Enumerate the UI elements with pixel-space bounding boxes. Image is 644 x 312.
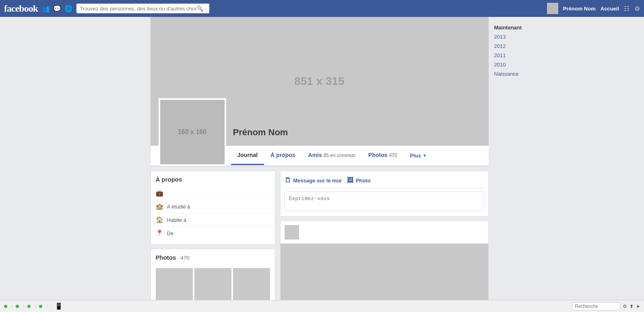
profile-name: Prénom Nom <box>233 127 288 138</box>
green-dot-1 <box>4 305 7 308</box>
nav-icons: 👥 💬 🌐 <box>42 5 72 12</box>
tab-amis[interactable]: Amis 85 en commun <box>302 146 362 165</box>
bottom-status-4 <box>39 305 47 308</box>
globe-icon[interactable]: 🌐 <box>64 5 72 12</box>
profile-pic-dimensions: 160 x 160 <box>178 128 206 136</box>
tab-journal[interactable]: Journal <box>231 146 264 165</box>
content-area: À propos 💼 🏫 A étudié à 🏠 Habite à 📍 <box>151 166 489 312</box>
profile-area: 851 x 315 160 x 160 Prénom Nom Journal À… <box>151 17 489 312</box>
post-tabs: 🗒 Message sur le mur 🖼 Photo <box>285 175 484 188</box>
photos-card: Photos · 470 <box>151 249 275 306</box>
bottom-login-icon[interactable]: ⬆ <box>630 304 634 309</box>
photos-title: Photos <box>156 254 176 261</box>
briefcase-icon: 💼 <box>156 190 164 197</box>
green-dot-2 <box>16 305 19 308</box>
facebook-logo: facebook <box>4 3 38 14</box>
home-text: Habite à <box>167 217 186 223</box>
bottom-search: ⚙ ⬆ ➤ <box>572 302 640 310</box>
amis-badge: 85 en commun <box>324 153 355 158</box>
from-text: De <box>167 230 174 236</box>
bottom-status-1 <box>4 305 12 308</box>
search-bar: 🔍 <box>76 4 209 13</box>
tab-photos[interactable]: Photos 470 <box>362 146 403 165</box>
bottom-bar: 📱 ⚙ ⬆ ➤ <box>0 300 644 312</box>
tab-apropos[interactable]: À propos <box>264 146 301 165</box>
post-box: 🗒 Message sur le mur 🖼 Photo <box>280 171 489 217</box>
photos-grid <box>156 268 270 300</box>
friends-manage-icon[interactable]: ☷ <box>624 5 630 12</box>
post-tab-photo-label: Photo <box>356 178 371 184</box>
post-tab-photo[interactable]: 🖼 Photo <box>347 175 376 186</box>
main-wrapper: 851 x 315 160 x 160 Prénom Nom Journal À… <box>0 17 644 312</box>
profile-picture[interactable]: 160 x 160 <box>159 98 226 166</box>
feed-post-header <box>281 221 488 244</box>
bottom-search-input[interactable] <box>572 302 620 310</box>
accueil-link[interactable]: Accueil <box>601 6 619 12</box>
green-dot-4 <box>39 305 42 308</box>
photo-thumb-2[interactable] <box>194 268 231 300</box>
search-input[interactable] <box>80 6 196 12</box>
photo-thumb-3[interactable] <box>233 268 270 300</box>
photos-header: Photos · 470 <box>156 254 270 265</box>
right-nav: Prénom Nom Accueil ☷ ⚙ <box>547 3 640 14</box>
user-avatar-small <box>547 3 558 14</box>
messages-icon[interactable]: 💬 <box>53 5 61 12</box>
cover-dimensions-label: 851 x 315 <box>294 75 345 88</box>
timeline-item-2010[interactable]: 2010 <box>494 60 573 69</box>
feed-avatar <box>285 225 299 240</box>
photos-count: · 470 <box>178 255 189 261</box>
settings-icon[interactable]: ⚙ <box>634 5 640 12</box>
timeline-item-now[interactable]: Maintenant <box>494 23 573 32</box>
post-tab-message[interactable]: 🗒 Message sur le mur <box>285 175 347 186</box>
top-navigation: facebook 👥 💬 🌐 🔍 Prénom Nom Accueil ☷ ⚙ <box>0 0 644 17</box>
school-icon: 🏫 <box>156 203 164 210</box>
right-column: 🗒 Message sur le mur 🖼 Photo <box>280 171 489 312</box>
chevron-down-icon: ▼ <box>423 153 427 158</box>
mobile-icon: 📱 <box>55 302 63 310</box>
search-button[interactable]: 🔍 <box>196 5 203 12</box>
cover-photo: 851 x 315 160 x 160 Prénom Nom <box>151 17 489 146</box>
timeline-item-2012[interactable]: 2012 <box>494 41 573 51</box>
photos-badge: 470 <box>389 153 397 158</box>
left-column: À propos 💼 🏫 A étudié à 🏠 Habite à 📍 <box>151 171 275 306</box>
about-title: À propos <box>156 176 270 183</box>
green-dot-3 <box>27 305 31 308</box>
left-spacer <box>71 17 151 312</box>
bottom-arrow-icon[interactable]: ➤ <box>636 304 640 309</box>
post-input[interactable] <box>285 192 484 211</box>
message-icon: 🗒 <box>285 177 291 184</box>
photo-thumb-1[interactable] <box>156 268 193 300</box>
username-label[interactable]: Prénom Nom <box>563 6 596 12</box>
about-row-from: 📍 De <box>156 227 270 240</box>
timeline-item-2011[interactable]: 2011 <box>494 51 573 60</box>
school-text: A étudié à <box>167 204 190 210</box>
photo-icon: 🖼 <box>347 177 353 184</box>
post-tab-message-label: Message sur le mur <box>293 178 342 184</box>
timeline-sidebar: Maintenant 2013 2012 2011 2010 Naissance <box>494 21 573 79</box>
about-row-home: 🏠 Habite à <box>156 213 270 227</box>
location-icon: 📍 <box>156 229 164 237</box>
bottom-settings-icon[interactable]: ⚙ <box>623 304 627 309</box>
tab-more[interactable]: Plus ▼ <box>403 147 433 164</box>
feed-post <box>280 221 489 312</box>
about-row-work: 💼 <box>156 187 270 200</box>
bottom-status-3 <box>27 305 36 308</box>
friends-icon[interactable]: 👥 <box>42 5 50 12</box>
timeline-item-naissance[interactable]: Naissance <box>494 69 573 79</box>
about-row-school: 🏫 A étudié à <box>156 200 270 213</box>
right-sidebar: Maintenant 2013 2012 2011 2010 Naissance <box>489 17 573 312</box>
timeline-item-2013[interactable]: 2013 <box>494 32 573 41</box>
bottom-status-2 <box>16 305 24 308</box>
home-icon: 🏠 <box>156 216 164 223</box>
about-card: À propos 💼 🏫 A étudié à 🏠 Habite à 📍 <box>151 171 275 245</box>
